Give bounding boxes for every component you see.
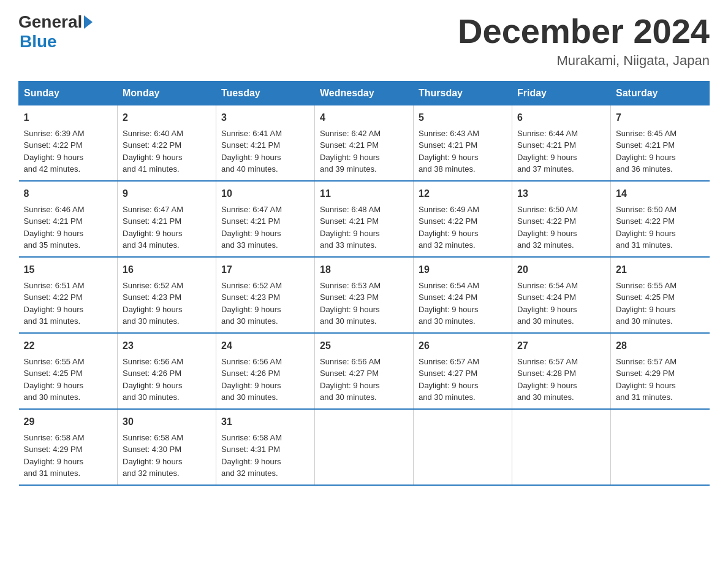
day-cell: [414, 409, 512, 485]
weekday-header-friday: Friday: [512, 81, 611, 105]
day-number: 24: [221, 339, 309, 353]
day-cell: 9Sunrise: 6:47 AMSunset: 4:21 PMDaylight…: [118, 181, 216, 257]
day-cell: 13Sunrise: 6:50 AMSunset: 4:22 PMDayligh…: [512, 181, 611, 257]
day-cell: 24Sunrise: 6:56 AMSunset: 4:26 PMDayligh…: [216, 333, 315, 409]
day-cell: 31Sunrise: 6:58 AMSunset: 4:31 PMDayligh…: [216, 409, 315, 485]
day-info: Sunrise: 6:53 AMSunset: 4:23 PMDaylight:…: [320, 281, 381, 326]
logo-arrow-icon: [84, 15, 93, 29]
day-number: 9: [123, 186, 211, 201]
day-number: 18: [320, 262, 408, 277]
day-cell: 1Sunrise: 6:39 AMSunset: 4:22 PMDaylight…: [19, 105, 118, 181]
day-number: 7: [616, 110, 705, 125]
day-number: 23: [123, 339, 211, 353]
day-cell: 3Sunrise: 6:41 AMSunset: 4:21 PMDaylight…: [216, 105, 315, 181]
day-number: 4: [320, 110, 408, 125]
weekday-header-row: SundayMondayTuesdayWednesdayThursdayFrid…: [19, 81, 710, 105]
day-number: 27: [517, 339, 605, 353]
page-header: General Blue December 2024 Murakami, Nii…: [18, 12, 710, 69]
week-row-4: 22Sunrise: 6:55 AMSunset: 4:25 PMDayligh…: [19, 333, 710, 409]
day-cell: 26Sunrise: 6:57 AMSunset: 4:27 PMDayligh…: [414, 333, 512, 409]
day-cell: 7Sunrise: 6:45 AMSunset: 4:21 PMDaylight…: [611, 105, 710, 181]
day-info: Sunrise: 6:41 AMSunset: 4:21 PMDaylight:…: [221, 129, 282, 174]
day-info: Sunrise: 6:56 AMSunset: 4:26 PMDaylight:…: [123, 357, 183, 402]
day-number: 19: [419, 262, 507, 277]
day-number: 11: [320, 186, 408, 201]
day-info: Sunrise: 6:54 AMSunset: 4:24 PMDaylight:…: [419, 281, 479, 326]
day-number: 8: [24, 186, 113, 201]
day-number: 30: [123, 415, 211, 429]
day-cell: 2Sunrise: 6:40 AMSunset: 4:22 PMDaylight…: [118, 105, 216, 181]
week-row-1: 1Sunrise: 6:39 AMSunset: 4:22 PMDaylight…: [19, 105, 710, 181]
day-info: Sunrise: 6:46 AMSunset: 4:21 PMDaylight:…: [24, 205, 85, 250]
month-title: December 2024: [458, 12, 710, 50]
day-number: 13: [517, 186, 605, 201]
day-info: Sunrise: 6:57 AMSunset: 4:29 PMDaylight:…: [616, 357, 677, 402]
day-number: 15: [24, 262, 113, 277]
weekday-header-thursday: Thursday: [414, 81, 512, 105]
day-info: Sunrise: 6:39 AMSunset: 4:22 PMDaylight:…: [24, 129, 85, 174]
logo-general-text: General: [18, 12, 82, 32]
day-number: 6: [517, 110, 605, 125]
day-number: 29: [24, 415, 113, 429]
day-cell: 14Sunrise: 6:50 AMSunset: 4:22 PMDayligh…: [611, 181, 710, 257]
day-cell: 19Sunrise: 6:54 AMSunset: 4:24 PMDayligh…: [414, 257, 512, 333]
day-info: Sunrise: 6:50 AMSunset: 4:22 PMDaylight:…: [517, 205, 578, 250]
day-cell: 10Sunrise: 6:47 AMSunset: 4:21 PMDayligh…: [216, 181, 315, 257]
day-cell: 5Sunrise: 6:43 AMSunset: 4:21 PMDaylight…: [414, 105, 512, 181]
day-cell: 17Sunrise: 6:52 AMSunset: 4:23 PMDayligh…: [216, 257, 315, 333]
day-number: 2: [123, 110, 211, 125]
day-number: 20: [517, 262, 605, 277]
day-number: 25: [320, 339, 408, 353]
day-info: Sunrise: 6:45 AMSunset: 4:21 PMDaylight:…: [616, 129, 677, 174]
day-info: Sunrise: 6:57 AMSunset: 4:27 PMDaylight:…: [419, 357, 479, 402]
day-number: 16: [123, 262, 211, 277]
day-cell: 20Sunrise: 6:54 AMSunset: 4:24 PMDayligh…: [512, 257, 611, 333]
day-number: 1: [24, 110, 113, 125]
day-cell: [512, 409, 611, 485]
day-info: Sunrise: 6:55 AMSunset: 4:25 PMDaylight:…: [616, 281, 677, 326]
day-cell: 29Sunrise: 6:58 AMSunset: 4:29 PMDayligh…: [19, 409, 118, 485]
week-row-5: 29Sunrise: 6:58 AMSunset: 4:29 PMDayligh…: [19, 409, 710, 485]
day-info: Sunrise: 6:50 AMSunset: 4:22 PMDaylight:…: [616, 205, 677, 250]
day-cell: 30Sunrise: 6:58 AMSunset: 4:30 PMDayligh…: [118, 409, 216, 485]
day-info: Sunrise: 6:52 AMSunset: 4:23 PMDaylight:…: [123, 281, 183, 326]
day-info: Sunrise: 6:55 AMSunset: 4:25 PMDaylight:…: [24, 357, 85, 402]
day-cell: 4Sunrise: 6:42 AMSunset: 4:21 PMDaylight…: [315, 105, 414, 181]
day-info: Sunrise: 6:56 AMSunset: 4:26 PMDaylight:…: [221, 357, 282, 402]
day-info: Sunrise: 6:56 AMSunset: 4:27 PMDaylight:…: [320, 357, 381, 402]
calendar-table: SundayMondayTuesdayWednesdayThursdayFrid…: [18, 81, 710, 486]
location: Murakami, Niigata, Japan: [458, 53, 710, 69]
day-number: 17: [221, 262, 309, 277]
weekday-header-tuesday: Tuesday: [216, 81, 315, 105]
weekday-header-saturday: Saturday: [611, 81, 710, 105]
day-cell: 11Sunrise: 6:48 AMSunset: 4:21 PMDayligh…: [315, 181, 414, 257]
week-row-3: 15Sunrise: 6:51 AMSunset: 4:22 PMDayligh…: [19, 257, 710, 333]
weekday-header-wednesday: Wednesday: [315, 81, 414, 105]
day-info: Sunrise: 6:47 AMSunset: 4:21 PMDaylight:…: [123, 205, 183, 250]
day-number: 10: [221, 186, 309, 201]
day-info: Sunrise: 6:58 AMSunset: 4:31 PMDaylight:…: [221, 433, 282, 478]
weekday-header-monday: Monday: [118, 81, 216, 105]
day-info: Sunrise: 6:54 AMSunset: 4:24 PMDaylight:…: [517, 281, 578, 326]
day-cell: 18Sunrise: 6:53 AMSunset: 4:23 PMDayligh…: [315, 257, 414, 333]
day-number: 31: [221, 415, 309, 429]
day-number: 21: [616, 262, 705, 277]
day-number: 3: [221, 110, 309, 125]
day-info: Sunrise: 6:42 AMSunset: 4:21 PMDaylight:…: [320, 129, 381, 174]
day-cell: 12Sunrise: 6:49 AMSunset: 4:22 PMDayligh…: [414, 181, 512, 257]
logo-blue-text: Blue: [20, 32, 57, 52]
week-row-2: 8Sunrise: 6:46 AMSunset: 4:21 PMDaylight…: [19, 181, 710, 257]
day-cell: [611, 409, 710, 485]
day-info: Sunrise: 6:44 AMSunset: 4:21 PMDaylight:…: [517, 129, 578, 174]
day-cell: 6Sunrise: 6:44 AMSunset: 4:21 PMDaylight…: [512, 105, 611, 181]
day-cell: 16Sunrise: 6:52 AMSunset: 4:23 PMDayligh…: [118, 257, 216, 333]
day-cell: 21Sunrise: 6:55 AMSunset: 4:25 PMDayligh…: [611, 257, 710, 333]
day-cell: 8Sunrise: 6:46 AMSunset: 4:21 PMDaylight…: [19, 181, 118, 257]
day-number: 22: [24, 339, 113, 353]
day-info: Sunrise: 6:57 AMSunset: 4:28 PMDaylight:…: [517, 357, 578, 402]
day-info: Sunrise: 6:49 AMSunset: 4:22 PMDaylight:…: [419, 205, 479, 250]
day-number: 26: [419, 339, 507, 353]
day-info: Sunrise: 6:47 AMSunset: 4:21 PMDaylight:…: [221, 205, 282, 250]
day-info: Sunrise: 6:51 AMSunset: 4:22 PMDaylight:…: [24, 281, 85, 326]
day-number: 28: [616, 339, 705, 353]
